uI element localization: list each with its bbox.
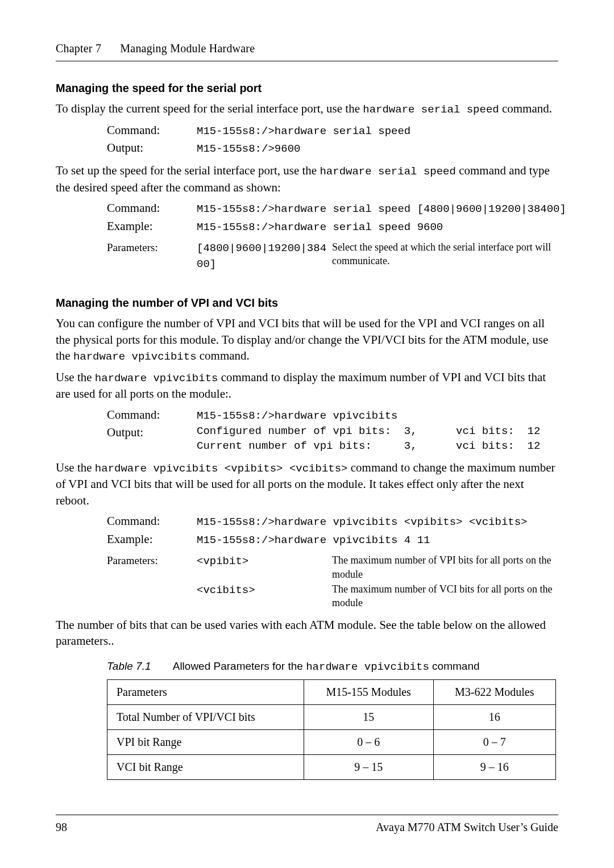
- table-caption: Table 7.1 Allowed Parameters for the har…: [107, 659, 558, 675]
- command-block: Command: M15-155s8:/>hardware vpivcibits…: [107, 407, 573, 455]
- parameters-block: Parameters: [4800|9600|19200|384 00] Sel…: [107, 240, 573, 273]
- output-line: Current number of vpi bits: 3, vci bits:…: [197, 439, 569, 454]
- text: To set up the speed for the serial inter…: [56, 164, 320, 177]
- table-caption-text: Allowed Parameters for the: [173, 660, 306, 672]
- table-cell: 0 – 7: [433, 729, 555, 754]
- parameters-block: Parameters: <vpibit> The maximum number …: [107, 553, 573, 611]
- table-cell: 16: [433, 704, 555, 729]
- example-text: M15-155s8:/>hardware vpivcibits 4 11: [197, 534, 430, 546]
- parameter-arg: <vpibit>: [197, 555, 248, 567]
- command-block: Command: M15-155s8:/>hardware vpivcibits…: [107, 513, 573, 549]
- text: command.: [499, 102, 552, 115]
- parameter-desc: The maximum number of VPI bits for all p…: [332, 553, 573, 582]
- command-block: Command: M15-155s8:/>hardware serial spe…: [107, 122, 573, 158]
- paragraph: Use the hardware vpivcibits <vpibits> <v…: [56, 460, 558, 508]
- inline-code: hardware vpivcibits: [73, 350, 197, 363]
- chapter-title: Managing Module Hardware: [120, 42, 255, 55]
- inline-code: hardware serial speed: [363, 103, 499, 116]
- parameter-desc: The maximum number of VCI bits for all p…: [332, 582, 573, 611]
- command-text: M15-155s8:/>hardware vpivcibits <vpibits…: [197, 516, 528, 528]
- table-row: Total Number of VPI/VCI bits 15 16: [107, 704, 556, 729]
- table-cell: 0 – 6: [304, 729, 433, 754]
- paragraph: Use the hardware vpivcibits command to d…: [56, 369, 558, 402]
- text: To display the current speed for the ser…: [56, 102, 363, 115]
- table-number: Table 7.1: [107, 660, 151, 672]
- table-header: Parameters: [107, 679, 304, 704]
- label-example: Example:: [107, 531, 197, 549]
- parameter-arg: <vcibits>: [197, 584, 255, 596]
- inline-code: hardware vpivcibits: [95, 372, 218, 385]
- section-heading-vpi-vci: Managing the number of VPI and VCI bits: [56, 295, 558, 311]
- paragraph: To set up the speed for the serial inter…: [56, 162, 558, 195]
- table-cell: VPI bit Range: [107, 729, 304, 754]
- text: Use the: [56, 461, 95, 474]
- table-cell: 9 – 16: [433, 754, 555, 779]
- label-parameters: Parameters:: [107, 240, 197, 273]
- inline-code: hardware serial speed: [320, 165, 455, 178]
- inline-code: hardware vpivcibits <vpibits> <vcibits>: [95, 462, 348, 475]
- paragraph: You can configure the number of VPI and …: [56, 315, 558, 364]
- header-rule: [56, 61, 558, 61]
- label-output: Output:: [107, 424, 197, 454]
- book-title: Avaya M770 ATM Switch User’s Guide: [376, 820, 558, 835]
- chapter-label: Chapter 7: [56, 41, 101, 56]
- paragraph: To display the current speed for the ser…: [56, 101, 558, 118]
- table-row: VCI bit Range 9 – 15 9 – 16: [107, 754, 556, 779]
- running-header: Chapter 7 Managing Module Hardware: [56, 41, 558, 56]
- table-row: VPI bit Range 0 – 6 0 – 7: [107, 729, 556, 754]
- label-parameters: Parameters:: [107, 553, 197, 582]
- text: command.: [197, 349, 250, 362]
- page-footer: 98 Avaya M770 ATM Switch User’s Guide: [56, 815, 558, 835]
- label-command: Command:: [107, 122, 197, 140]
- table-row: Parameters M15-155 Modules M3-622 Module…: [107, 679, 556, 704]
- table-caption-text: command: [429, 660, 480, 672]
- label-command: Command:: [107, 513, 197, 531]
- paragraph: The number of bits that can be used vari…: [56, 617, 558, 649]
- parameter-desc: Select the speed at which the serial int…: [332, 240, 573, 273]
- output-line: Configured number of vpi bits: 3, vci bi…: [197, 424, 569, 439]
- table-cell: VCI bit Range: [107, 754, 304, 779]
- table-cell: Total Number of VPI/VCI bits: [107, 704, 304, 729]
- section-heading-serial-speed: Managing the speed for the serial port: [56, 81, 558, 96]
- command-text: M15-155s8:/>hardware serial speed: [197, 125, 410, 137]
- label-command: Command:: [107, 407, 197, 425]
- table-header: M3-622 Modules: [433, 679, 555, 704]
- inline-code: hardware vpivcibits: [306, 661, 429, 673]
- command-text: M15-155s8:/>hardware vpivcibits: [197, 410, 397, 422]
- table-cell: 9 – 15: [304, 754, 433, 779]
- output-text: M15-155s8:/>9600: [197, 143, 300, 155]
- example-text: M15-155s8:/>hardware serial speed 9600: [197, 221, 443, 233]
- table-header: M15-155 Modules: [304, 679, 433, 704]
- label-command: Command:: [107, 200, 197, 218]
- page-number: 98: [56, 820, 67, 835]
- command-text: M15-155s8:/>hardware serial speed [4800|…: [197, 203, 566, 215]
- parameter-arg: [4800|9600|19200|384 00]: [197, 242, 326, 270]
- table-cell: 15: [304, 704, 433, 729]
- text: Use the: [56, 370, 95, 384]
- allowed-parameters-table: Parameters M15-155 Modules M3-622 Module…: [107, 679, 556, 780]
- label-output: Output:: [107, 140, 197, 158]
- label-example: Example:: [107, 218, 197, 236]
- command-block: Command: M15-155s8:/>hardware serial spe…: [107, 200, 573, 236]
